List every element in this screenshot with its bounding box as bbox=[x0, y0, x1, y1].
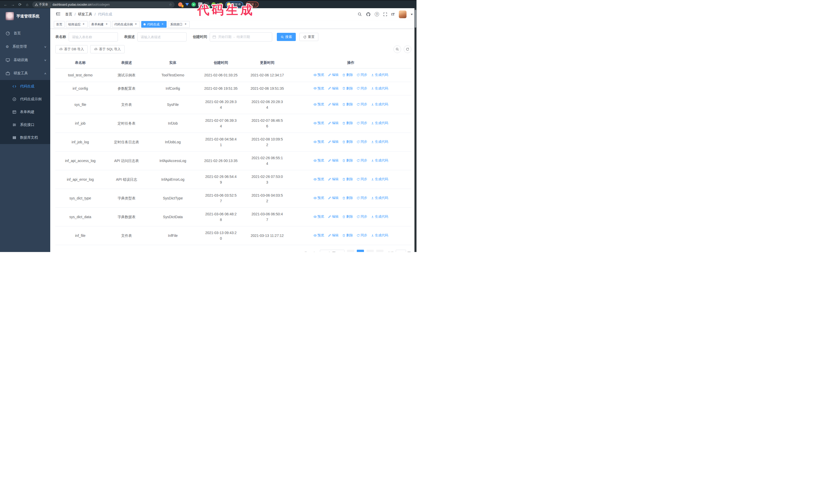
sync-link[interactable]: 同步 bbox=[357, 86, 367, 91]
generate-code-link[interactable]: 生成代码 bbox=[371, 72, 388, 78]
preview-link[interactable]: 预览 bbox=[313, 176, 324, 182]
sync-link[interactable]: 同步 bbox=[357, 139, 367, 145]
browser-forward-icon[interactable]: → bbox=[9, 2, 17, 8]
tab-codegen-example[interactable]: 代码生成示例× bbox=[112, 21, 140, 28]
generate-code-link[interactable]: 生成代码 bbox=[371, 139, 388, 145]
edit-link[interactable]: 编辑 bbox=[328, 233, 339, 238]
tab-close-icon[interactable]: × bbox=[161, 23, 164, 26]
table-desc-input[interactable] bbox=[137, 32, 187, 42]
generate-code-link[interactable]: 生成代码 bbox=[371, 101, 388, 107]
sync-link[interactable]: 同步 bbox=[357, 176, 367, 182]
preview-link[interactable]: 预览 bbox=[313, 233, 324, 238]
prev-page-button[interactable]: ‹ bbox=[347, 250, 354, 252]
scrollbar-thumb[interactable] bbox=[415, 10, 416, 28]
generate-code-link[interactable]: 生成代码 bbox=[371, 86, 388, 91]
sync-link[interactable]: 同步 bbox=[357, 195, 367, 201]
preview-link[interactable]: 预览 bbox=[313, 195, 324, 201]
github-icon[interactable] bbox=[366, 12, 371, 17]
generate-code-link[interactable]: 生成代码 bbox=[371, 120, 388, 126]
tab-close-icon[interactable]: × bbox=[184, 23, 187, 26]
table-name-input[interactable] bbox=[69, 32, 118, 42]
page-button-2[interactable]: 2 bbox=[366, 250, 374, 252]
refresh-table-button[interactable] bbox=[404, 45, 411, 53]
app-logo-row[interactable]: 芋道管理系统 bbox=[0, 8, 50, 24]
edit-link[interactable]: 编辑 bbox=[328, 214, 339, 219]
preview-link[interactable]: 预览 bbox=[313, 120, 324, 126]
fullscreen-icon[interactable] bbox=[383, 12, 387, 17]
generate-code-link[interactable]: 生成代码 bbox=[371, 158, 388, 163]
edit-link[interactable]: 编辑 bbox=[328, 72, 339, 78]
edit-link[interactable]: 编辑 bbox=[328, 195, 339, 201]
edit-link[interactable]: 编辑 bbox=[328, 86, 339, 91]
next-page-button[interactable]: › bbox=[376, 250, 383, 252]
delete-link[interactable]: 删除 bbox=[342, 86, 353, 91]
search-button[interactable]: 搜索 bbox=[277, 33, 296, 41]
preview-link[interactable]: 预览 bbox=[313, 101, 324, 107]
sync-link[interactable]: 同步 bbox=[357, 101, 367, 107]
sidebar-item-devtools[interactable]: 研发工具 ∧ bbox=[0, 67, 50, 80]
preview-link[interactable]: 预览 bbox=[313, 158, 324, 163]
browser-reload-icon[interactable]: ⟳ bbox=[17, 2, 24, 8]
browser-back-icon[interactable]: ← bbox=[2, 2, 9, 8]
date-range-picker[interactable]: 开始日期 - 结束日期 bbox=[210, 32, 272, 42]
sidebar-item-system-api[interactable]: 系统接口 bbox=[0, 118, 50, 131]
tab-home[interactable]: 首页 bbox=[54, 21, 65, 28]
sidebar-item-system[interactable]: ⚙ 系统管理 ∨ bbox=[0, 40, 50, 53]
browser-home-icon[interactable]: ⌂ bbox=[24, 2, 31, 8]
sync-link[interactable]: 同步 bbox=[357, 233, 367, 238]
edit-link[interactable]: 编辑 bbox=[328, 176, 339, 182]
sidebar-item-form-builder[interactable]: 表单构建 bbox=[0, 105, 50, 118]
edit-link[interactable]: 编辑 bbox=[328, 120, 339, 126]
generate-code-link[interactable]: 生成代码 bbox=[371, 176, 388, 182]
header-search-icon[interactable] bbox=[358, 12, 362, 17]
sidebar-item-codegen[interactable]: 代码生成 bbox=[0, 80, 50, 93]
sidebar-item-codegen-example[interactable]: 代码生成示例 bbox=[0, 93, 50, 105]
sync-link[interactable]: 同步 bbox=[357, 72, 367, 78]
generate-code-link[interactable]: 生成代码 bbox=[371, 233, 388, 238]
preview-link[interactable]: 预览 bbox=[313, 139, 324, 145]
address-bar[interactable]: 不安全 dashboard.yudao.iocoder.cn/tool/code… bbox=[32, 2, 174, 8]
bookmark-star-icon[interactable]: ☆ bbox=[169, 3, 172, 6]
page-button-1[interactable]: 1 bbox=[357, 250, 364, 252]
import-sql-button[interactable]: 基于 SQL 导入 bbox=[90, 45, 124, 53]
breadcrumb-home[interactable]: 首页 bbox=[65, 12, 72, 17]
delete-link[interactable]: 删除 bbox=[342, 176, 353, 182]
edit-link[interactable]: 编辑 bbox=[328, 101, 339, 107]
security-warning[interactable]: 不安全 bbox=[35, 2, 48, 7]
tab-form-builder[interactable]: 表单构建× bbox=[89, 21, 111, 28]
page-size-select[interactable]: 10条/页 ▼ bbox=[320, 250, 344, 252]
goto-page-input[interactable] bbox=[396, 250, 406, 252]
toggle-search-button[interactable] bbox=[394, 45, 401, 53]
font-size-icon[interactable]: tT bbox=[391, 12, 395, 17]
help-icon[interactable]: ? bbox=[375, 12, 379, 17]
tab-tracing[interactable]: 链路追踪× bbox=[66, 21, 88, 28]
extension-v-icon[interactable]: V bbox=[191, 2, 196, 7]
breadcrumb-devtools[interactable]: 研发工具 bbox=[78, 12, 92, 17]
extension-circle-icon[interactable]: 1 bbox=[178, 2, 183, 7]
delete-link[interactable]: 删除 bbox=[342, 158, 353, 163]
delete-link[interactable]: 删除 bbox=[342, 195, 353, 201]
delete-link[interactable]: 删除 bbox=[342, 72, 353, 78]
browser-menu-icon[interactable] bbox=[256, 4, 256, 6]
generate-code-link[interactable]: 生成代码 bbox=[371, 214, 388, 219]
tab-close-icon[interactable]: × bbox=[82, 23, 85, 26]
sync-link[interactable]: 同步 bbox=[357, 158, 367, 163]
preview-link[interactable]: 预览 bbox=[313, 214, 324, 219]
sync-link[interactable]: 同步 bbox=[357, 120, 367, 126]
preview-link[interactable]: 预览 bbox=[313, 72, 324, 78]
delete-link[interactable]: 删除 bbox=[342, 139, 353, 145]
hamburger-icon[interactable] bbox=[54, 11, 63, 18]
sidebar-item-infra[interactable]: 基础设施 ∨ bbox=[0, 53, 50, 67]
tab-codegen[interactable]: 代码生成× bbox=[141, 21, 167, 28]
extension-gem-icon[interactable] bbox=[185, 2, 189, 7]
reset-button[interactable]: 重置 bbox=[300, 33, 318, 41]
tab-close-icon[interactable]: × bbox=[105, 23, 109, 26]
sync-link[interactable]: 同步 bbox=[357, 214, 367, 219]
tab-close-icon[interactable]: × bbox=[134, 23, 138, 26]
import-db-button[interactable]: 基于 DB 导入 bbox=[55, 45, 88, 53]
delete-link[interactable]: 删除 bbox=[342, 101, 353, 107]
edit-link[interactable]: 编辑 bbox=[328, 158, 339, 163]
sidebar-item-home[interactable]: 首页 bbox=[0, 27, 50, 40]
delete-link[interactable]: 删除 bbox=[342, 233, 353, 238]
delete-link[interactable]: 删除 bbox=[342, 120, 353, 126]
